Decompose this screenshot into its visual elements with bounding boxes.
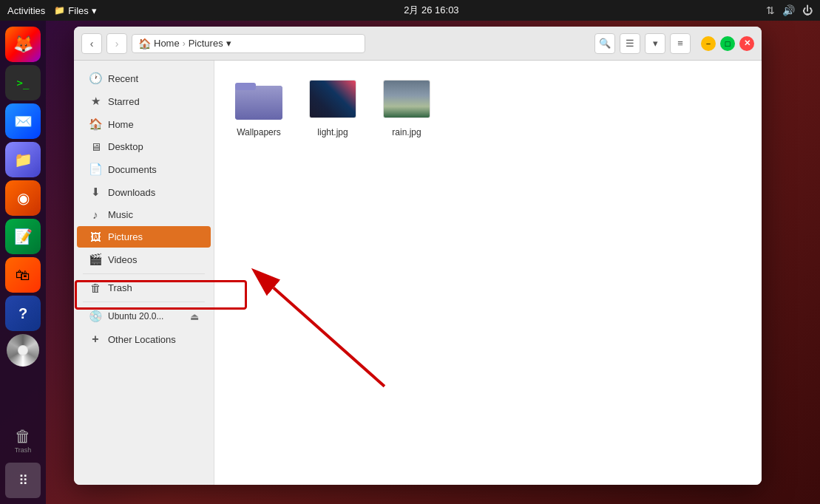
back-icon: ‹: [90, 38, 94, 50]
forward-button[interactable]: ›: [106, 33, 127, 54]
sidebar-item-ubuntu[interactable]: 💿 Ubuntu 20.0... ⏏: [77, 305, 211, 327]
minimize-button[interactable]: −: [701, 36, 716, 51]
dock: 🦊 >_ ✉️ 📁 ◉ 📝 🛍 ? 🗑 Trash ⠿: [0, 21, 46, 504]
file-name-rain: rain.jpg: [392, 127, 421, 137]
sidebar-home-label: Home: [108, 119, 134, 130]
list-view-button[interactable]: ☰: [620, 33, 640, 54]
sidebar-documents-label: Documents: [108, 164, 157, 175]
sidebar-item-starred[interactable]: ★ Starred: [77, 90, 211, 112]
dock-item-mail[interactable]: ✉️: [5, 103, 41, 139]
dock-item-help[interactable]: ?: [5, 296, 41, 331]
sidebar-item-videos[interactable]: 🎬 Videos: [77, 248, 211, 270]
topbar-datetime: 2月 26 16:03: [404, 4, 458, 17]
topbar-right: ⇅ 🔊 ⏻: [766, 4, 813, 16]
sidebar-separator-2: [83, 302, 205, 302]
thumbnail-light: [309, 75, 356, 123]
view-options-icon: ▾: [653, 38, 658, 49]
trash-icon: 🗑: [89, 282, 102, 294]
recent-icon: 🕐: [89, 72, 102, 85]
sidebar-item-pictures[interactable]: 🖼 Pictures: [77, 226, 211, 248]
sidebar-starred-label: Starred: [108, 96, 140, 107]
sidebar-item-desktop[interactable]: 🖥 Desktop: [77, 136, 211, 157]
file-manager-window: ‹ › 🏠 Home › Pictures ▾ 🔍 ☰ ▾: [74, 27, 762, 485]
dock-item-files[interactable]: 📁: [5, 142, 41, 177]
sidebar-item-documents[interactable]: 📄 Documents: [77, 158, 211, 180]
breadcrumb-dropdown: ▾: [226, 38, 231, 49]
sidebar-item-trash[interactable]: 🗑 Trash: [77, 277, 211, 299]
sidebar-desktop-label: Desktop: [108, 141, 143, 152]
folder-icon-wallpapers: [235, 75, 282, 123]
svg-line-4: [274, 288, 384, 386]
sidebar-item-other-locations[interactable]: + Other Locations: [77, 328, 211, 350]
topbar: Activities 📁 Files ▾ 2月 26 16:03 ⇅ 🔊 ⏻: [0, 0, 820, 21]
starred-icon: ★: [89, 95, 102, 108]
sidebar-item-music[interactable]: ♪ Music: [77, 204, 211, 225]
downloads-icon: ⬇: [89, 185, 102, 199]
pictures-icon: 🖼: [89, 231, 102, 243]
window-controls: − □ ✕: [701, 36, 754, 51]
sidebar-pictures-label: Pictures: [108, 231, 143, 242]
content-area: 🕐 Recent ★ Starred 🏠 Home 🖥 Desktop 📄 Do…: [74, 61, 762, 485]
activities-button[interactable]: Activities: [7, 5, 45, 16]
topbar-left: Activities 📁 Files ▾: [7, 5, 97, 16]
file-name-wallpapers: Wallpapers: [237, 127, 281, 137]
file-grid: Wallpapers light.jpg: [229, 75, 747, 137]
menu-button[interactable]: ≡: [670, 33, 691, 54]
desktop-icon: 🖥: [89, 140, 102, 153]
other-locations-icon: +: [89, 333, 102, 346]
titlebar-actions: 🔍 ☰ ▾ ≡: [594, 33, 691, 54]
dock-item-trash[interactable]: 🗑 Trash: [5, 423, 41, 458]
sidebar-trash-label: Trash: [108, 282, 132, 293]
network-icon[interactable]: ⇅: [766, 4, 775, 16]
files-menu[interactable]: 📁 Files ▾: [54, 5, 96, 16]
view-options-button[interactable]: ▾: [645, 33, 665, 54]
files-label: Files: [68, 5, 88, 16]
sidebar: 🕐 Recent ★ Starred 🏠 Home 🖥 Desktop 📄 Do…: [74, 61, 214, 485]
breadcrumb-home[interactable]: Home: [154, 38, 180, 49]
files-dropdown-arrow: ▾: [92, 5, 97, 16]
file-name-light: light.jpg: [317, 127, 348, 137]
sidebar-other-label: Other Locations: [108, 334, 176, 345]
documents-icon: 📄: [89, 163, 102, 176]
sidebar-downloads-label: Downloads: [108, 187, 155, 198]
svg-rect-1: [235, 86, 282, 120]
dock-item-apps[interactable]: ⠿: [5, 463, 41, 498]
titlebar: ‹ › 🏠 Home › Pictures ▾ 🔍 ☰ ▾: [74, 27, 762, 61]
dock-item-dvd[interactable]: [7, 334, 39, 367]
dock-item-music[interactable]: ◉: [5, 180, 41, 216]
dock-item-appstore[interactable]: 🛍: [5, 257, 41, 293]
thumbnail-rain: [383, 75, 430, 123]
eject-button[interactable]: ⏏: [190, 311, 199, 322]
file-item-rain[interactable]: rain.jpg: [377, 75, 436, 137]
sidebar-music-label: Music: [108, 209, 133, 220]
sidebar-item-recent[interactable]: 🕐 Recent: [77, 67, 211, 89]
breadcrumb[interactable]: 🏠 Home › Pictures ▾: [132, 34, 365, 53]
sidebar-item-downloads[interactable]: ⬇ Downloads: [77, 181, 211, 203]
home-sidebar-icon: 🏠: [89, 118, 102, 131]
svg-rect-2: [235, 83, 256, 90]
file-item-wallpapers[interactable]: Wallpapers: [229, 75, 288, 137]
search-button[interactable]: 🔍: [594, 33, 615, 54]
sidebar-item-home[interactable]: 🏠 Home: [77, 113, 211, 135]
volume-icon[interactable]: 🔊: [782, 4, 795, 16]
maximize-button[interactable]: □: [720, 36, 735, 51]
dock-item-terminal[interactable]: >_: [5, 65, 41, 101]
file-item-light[interactable]: light.jpg: [303, 75, 362, 137]
music-icon: ♪: [89, 208, 102, 221]
sidebar-ubuntu-label: Ubuntu 20.0...: [108, 311, 184, 321]
ubuntu-icon: 💿: [89, 310, 102, 323]
search-icon: 🔍: [599, 38, 611, 49]
breadcrumb-current[interactable]: Pictures ▾: [189, 38, 231, 49]
file-area: Wallpapers light.jpg: [214, 61, 762, 485]
sidebar-videos-label: Videos: [108, 254, 138, 265]
sidebar-separator: [83, 273, 205, 274]
dock-item-libreoffice[interactable]: 📝: [5, 219, 41, 254]
dock-item-firefox[interactable]: 🦊: [5, 27, 41, 62]
power-icon[interactable]: ⏻: [802, 4, 813, 16]
back-button[interactable]: ‹: [81, 33, 102, 54]
home-icon: 🏠: [138, 38, 151, 50]
close-button[interactable]: ✕: [739, 36, 754, 51]
menu-icon: ≡: [677, 38, 683, 49]
videos-icon: 🎬: [89, 253, 102, 266]
breadcrumb-separator: ›: [183, 38, 186, 49]
